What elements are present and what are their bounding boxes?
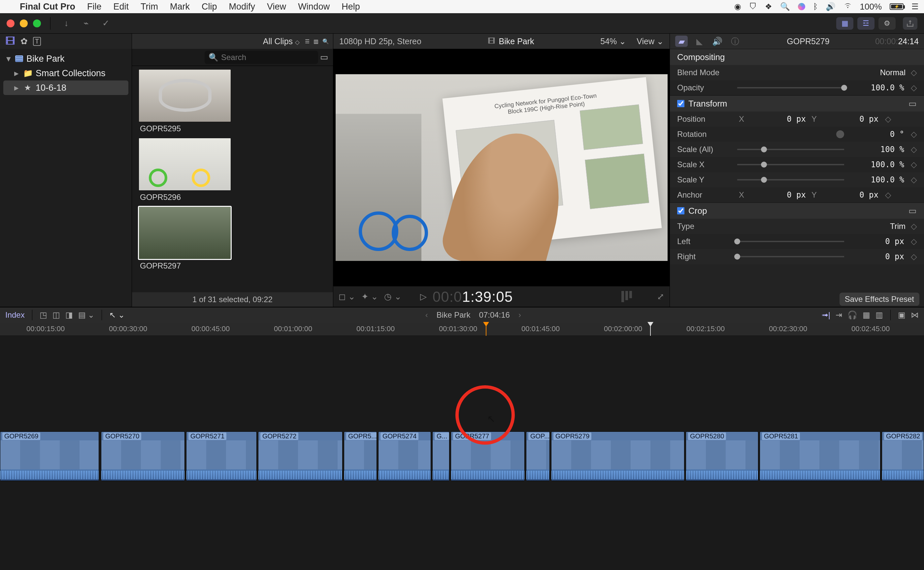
clip-grouping-button[interactable]: ▥: [313, 38, 318, 44]
transitions-browser-button[interactable]: ⋈: [911, 310, 919, 320]
effects-browser-button[interactable]: ▣: [898, 310, 906, 320]
browser-layout-button[interactable]: ▦: [836, 17, 853, 30]
inspector-toggle-button[interactable]: ⚙: [878, 17, 896, 30]
browser-clip[interactable]: GOPR5296: [139, 138, 231, 202]
timeline-index-button[interactable]: Index: [5, 310, 25, 320]
section-transform[interactable]: Transform ▭: [670, 96, 924, 112]
play-button[interactable]: ▷: [420, 292, 427, 302]
wifi-icon[interactable]: [843, 2, 852, 12]
param-crop-right[interactable]: Right 0 px ◇: [670, 249, 924, 264]
vpn-icon[interactable]: ❖: [765, 2, 772, 11]
clip-appearance-button[interactable]: ☰: [305, 38, 310, 44]
connect-clip-button[interactable]: ◳: [40, 310, 47, 320]
keyframe-icon[interactable]: ◇: [911, 130, 917, 139]
crop-type-popup[interactable]: Trim◇: [890, 222, 917, 231]
keyframe-icon[interactable]: ◇: [885, 190, 891, 199]
inspector-info-tab[interactable]: ⓘ: [729, 35, 741, 47]
menu-clip[interactable]: Clip: [202, 2, 217, 12]
import-button[interactable]: ↓: [60, 17, 73, 30]
param-anchor[interactable]: Anchor X0 px Y0 px ◇: [670, 187, 924, 202]
viewer-timecode[interactable]: 00:01:39:05: [433, 288, 513, 305]
keyword-button[interactable]: ⌁: [80, 17, 93, 30]
menu-trim[interactable]: Trim: [141, 2, 158, 12]
window-zoom[interactable]: [33, 20, 41, 28]
param-position[interactable]: Position X0 px Y0 px ◇: [670, 112, 924, 127]
param-scale-x[interactable]: Scale X 100.0 % ◇: [670, 157, 924, 172]
app-name[interactable]: Final Cut Pro: [20, 2, 75, 12]
section-compositing[interactable]: Compositing: [670, 49, 924, 65]
param-scale-all[interactable]: Scale (All) 100 % ◇: [670, 142, 924, 157]
battery-icon[interactable]: ⚡: [890, 3, 904, 10]
timeline-clip[interactable]: GOPR5277: [451, 431, 525, 481]
browser-clip[interactable]: GOPR5297: [139, 207, 231, 271]
skimming-button[interactable]: ⇥: [836, 310, 842, 320]
primary-storyline[interactable]: GOPR5269GOPR5270GOPR5271GOPR5272GOPR5...…: [0, 431, 924, 483]
menu-file[interactable]: File: [87, 2, 102, 12]
opacity-value[interactable]: 100.0 %: [848, 83, 904, 92]
spotlight-icon[interactable]: 🔍: [780, 2, 790, 11]
crop-right-slider[interactable]: [737, 253, 844, 260]
section-crop[interactable]: Crop ▭: [670, 203, 924, 219]
inspector-video-tab[interactable]: ▰: [675, 35, 688, 47]
library-item-event[interactable]: ▸ ★ 10-6-18: [3, 81, 128, 95]
clip-appearance-tl[interactable]: ▥: [875, 310, 883, 320]
timeline-clip[interactable]: GOPR5...: [344, 431, 377, 481]
transform-enable[interactable]: [677, 100, 685, 107]
enhance-tool[interactable]: ✦ ⌄: [361, 292, 378, 302]
insert-clip-button[interactable]: ◫: [52, 310, 60, 320]
opacity-slider[interactable]: [737, 84, 844, 91]
menu-modify[interactable]: Modify: [229, 2, 255, 12]
library-item-smart-collections[interactable]: ▸ 📁 Smart Collections: [3, 66, 128, 81]
window-minimize[interactable]: [20, 20, 28, 28]
crop-onscreen-icon[interactable]: ▭: [909, 206, 917, 216]
param-crop-left[interactable]: Left 0 px ◇: [670, 234, 924, 249]
crop-enable[interactable]: [677, 207, 685, 215]
inspector-color-tab[interactable]: ◣: [693, 35, 706, 47]
browser-clip[interactable]: GOPR5295: [139, 69, 231, 133]
keyframe-icon[interactable]: ◇: [911, 175, 917, 184]
timeline-clip[interactable]: GOPR5270: [101, 431, 185, 481]
blend-mode-popup[interactable]: Normal◇: [880, 68, 917, 77]
inspector-audio-tab[interactable]: 🔊: [711, 35, 723, 47]
timeline-layout-button[interactable]: ☲: [857, 17, 875, 30]
viewer-canvas[interactable]: Cycling Network for Punggol Eco-TownBloc…: [333, 49, 669, 287]
crop-left-slider[interactable]: [737, 238, 844, 245]
retime-tool[interactable]: ◷ ⌄: [384, 292, 401, 302]
param-opacity[interactable]: Opacity 100.0 % ◇: [670, 80, 924, 95]
browser-filter[interactable]: All Clips ◇: [263, 37, 299, 46]
share-button[interactable]: [903, 17, 917, 30]
siri-icon[interactable]: [798, 3, 805, 10]
browser-search-input[interactable]: 🔍 Search: [204, 51, 318, 64]
fullscreen-button[interactable]: ⤢: [657, 292, 664, 302]
titles-tab-icon[interactable]: T: [33, 37, 41, 46]
volume-icon[interactable]: 🔊: [826, 2, 836, 11]
timeline-clip[interactable]: GOP...: [526, 431, 550, 481]
snap-button[interactable]: ➟|: [822, 310, 830, 320]
keyframe-icon[interactable]: ◇: [911, 237, 917, 246]
timeline-clip[interactable]: GOPR5280: [686, 431, 758, 481]
param-crop-type[interactable]: Type Trim◇: [670, 219, 924, 234]
keyframe-icon[interactable]: ◇: [911, 83, 917, 92]
menu-edit[interactable]: Edit: [114, 2, 129, 12]
window-close[interactable]: [7, 20, 14, 28]
background-tasks-button[interactable]: ✓: [99, 17, 112, 30]
timeline-clip[interactable]: G...: [432, 431, 450, 481]
scale-x-slider[interactable]: [737, 161, 844, 168]
transform-onscreen-icon[interactable]: ▭: [909, 99, 917, 109]
scale-y-slider[interactable]: [737, 176, 844, 183]
timeline-history-back[interactable]: ‹: [425, 310, 428, 320]
scale-all-slider[interactable]: [737, 146, 844, 153]
shield-icon[interactable]: ⛉: [749, 2, 757, 11]
solo-button[interactable]: ▦: [863, 310, 870, 320]
param-rotation[interactable]: Rotation 0 ° ◇: [670, 127, 924, 142]
screenrecord-icon[interactable]: ◉: [734, 2, 741, 11]
timeline-body[interactable]: GOPR5269GOPR5270GOPR5271GOPR5272GOPR5...…: [0, 336, 924, 570]
menu-help[interactable]: Help: [342, 2, 360, 12]
timeline-clip[interactable]: GOPR5269: [0, 431, 99, 481]
keyframe-icon[interactable]: ◇: [885, 115, 891, 124]
keyframe-icon[interactable]: ◇: [911, 252, 917, 261]
timeline-clip[interactable]: GOPR5271: [186, 431, 257, 481]
append-clip-button[interactable]: ◨: [65, 310, 73, 320]
param-blend-mode[interactable]: Blend Mode Normal◇: [670, 65, 924, 80]
menu-window[interactable]: Window: [298, 2, 330, 12]
